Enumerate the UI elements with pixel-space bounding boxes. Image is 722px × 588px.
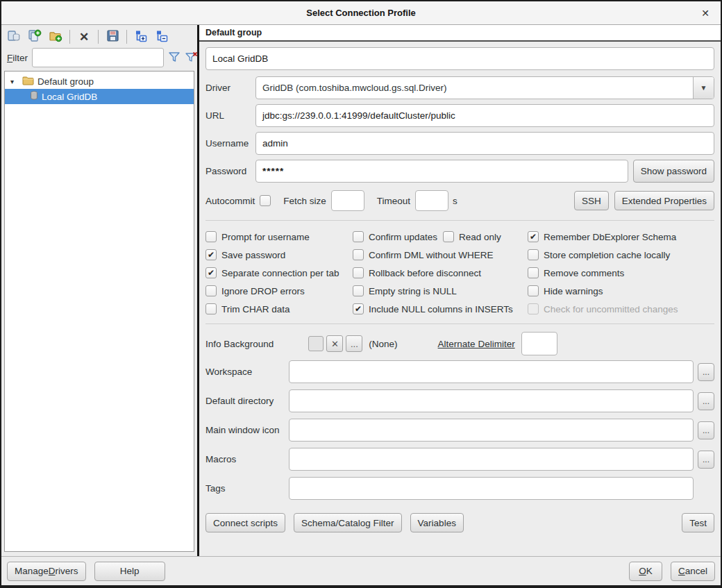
checkbox-empty-string-is-null[interactable]: Empty string is NULL [353,282,528,300]
workspace-input[interactable] [289,360,694,383]
checkbox-remove-comments[interactable]: Remove comments [528,264,714,282]
checkbox-ignore-drop-errors[interactable]: Ignore DROP errors [205,282,353,300]
button-label: D [49,566,56,576]
macros-browse-button[interactable]: ... [698,451,714,469]
tree-group-label[interactable]: Default group [37,76,94,87]
save-profiles-button[interactable] [104,28,121,45]
main-window-icon-input[interactable] [289,419,694,442]
button-label: rivers [56,566,78,576]
pick-color-button[interactable]: ... [346,335,362,352]
fetch-size-label: Fetch size [283,196,326,206]
checkbox-icon [353,303,364,314]
checkbox-read-only[interactable]: Read only [443,231,501,242]
apply-filter-button[interactable] [168,50,180,65]
clear-filter-button[interactable] [185,50,199,65]
separator [205,220,714,221]
workspace-browse-button[interactable]: ... [698,363,714,381]
default-directory-label: Default directory [205,396,289,406]
profile-tree: ▾ Default group [4,71,194,552]
fetch-size-input[interactable] [331,190,364,211]
checkbox-prompt-for-username[interactable]: Prompt for username [205,228,353,246]
main-window-icon-browse-button[interactable]: ... [698,421,714,439]
checkbox-rollback-before-disconnect[interactable]: Rollback before disconnect [353,264,528,282]
timeout-input[interactable] [415,190,448,211]
main-window-icon-row: Main window icon ... [205,419,714,442]
ssh-button[interactable]: SSH [574,191,609,210]
chevron-down-icon: ▼ [700,84,707,92]
button-label: O [639,566,646,576]
driver-select[interactable]: GridDB (com.toshiba.mwcloud.gs.sql.Drive… [255,76,714,99]
profile-name-input[interactable]: Local GridDB [205,47,714,70]
tree-item-label[interactable]: Local GridDB [42,92,97,102]
new-group-button[interactable] [47,28,64,45]
url-input[interactable]: jdbc:gs://239.0.0.1:41999/defaultCluster… [255,104,714,127]
checkbox-remember-dbexplorer-schema[interactable]: Remember DbExplorer Schema [528,228,714,246]
username-input[interactable]: admin [255,132,714,155]
help-button[interactable]: Help [94,562,165,581]
autocommit-row: Autocommit Fetch size Timeout s SSH [205,190,714,212]
show-password-button[interactable]: Show password [633,160,714,183]
toolbar-separator [126,30,127,44]
color-none-label: (None) [369,339,397,349]
checkbox-separate-connection-per-tab[interactable]: Separate connection per tab [205,264,353,282]
variables-button[interactable]: Variables [410,513,464,532]
button-label: Manage [15,566,49,576]
driver-label: Driver [205,83,255,93]
default-directory-row: Default directory ... [205,389,714,412]
username-label: Username [205,138,255,149]
checkbox-include-null-columns-in-inserts[interactable]: Include NULL columns in INSERTs [353,300,528,318]
checkbox-store-completion-cache-locally[interactable]: Store completion cache locally [528,246,714,264]
select-connection-profile-dialog: Select Connection Profile ✕ [0,0,722,588]
new-profile-button[interactable] [26,28,43,45]
copy-profile-button[interactable] [6,28,22,45]
url-row: URL jdbc:gs://239.0.0.1:41999/defaultClu… [205,104,714,127]
filter-input[interactable] [32,48,164,67]
checkbox-hide-warnings[interactable]: Hide warnings [528,282,714,300]
toolbar-separator [69,30,70,44]
driver-dropdown-button[interactable]: ▼ [693,77,714,99]
checkbox-trim-char-data[interactable]: Trim CHAR data [205,300,353,318]
options-column-3: Remember DbExplorer Schema Store complet… [528,228,714,318]
tags-input[interactable] [289,477,694,500]
chevron-down-icon[interactable]: ▾ [10,78,19,85]
clear-color-button[interactable]: ✕ [326,335,343,352]
username-row: Username admin [205,132,714,155]
checkbox-save-password[interactable]: Save password [205,246,353,264]
checkbox-confirm-dml-without-where[interactable]: Confirm DML without WHERE [353,246,528,264]
extended-properties-button[interactable]: Extended Properties [614,191,714,210]
delete-profile-button[interactable]: ✕ [76,28,92,45]
autocommit-checkbox[interactable] [260,195,271,206]
manage-drivers-button[interactable]: Manage Drivers [7,562,86,581]
driver-row: Driver GridDB (com.toshiba.mwcloud.gs.sq… [205,76,714,99]
scripts-button-row: Connect scripts Schema/Catalog Filter Va… [205,512,714,533]
test-button[interactable]: Test [682,513,714,532]
checkbox-confirm-updates[interactable]: Confirm updates [353,231,437,242]
filter-row: Filter [4,47,194,71]
password-input[interactable]: ***** [255,160,628,183]
ellipsis-icon: ... [703,455,710,464]
ok-button[interactable]: OK [629,562,662,581]
options-grid: Prompt for username Save password Separa… [205,224,714,321]
profile-name-row: Local GridDB [205,47,714,70]
info-background-color-swatch[interactable] [308,336,324,351]
connect-scripts-button[interactable]: Connect scripts [205,513,285,532]
macros-input[interactable] [289,448,694,471]
default-directory-browse-button[interactable]: ... [698,392,714,410]
clear-icon: ✕ [331,339,339,349]
expand-all-button[interactable] [133,28,149,45]
checkbox-icon [353,285,364,296]
collapse-all-button[interactable] [153,28,170,45]
close-icon[interactable]: ✕ [698,6,712,20]
default-directory-input[interactable] [289,389,694,412]
schema-catalog-filter-button[interactable]: Schema/Catalog Filter [294,513,402,532]
checkbox-icon [205,285,217,296]
macros-row: Macros ... [205,448,714,471]
cancel-button[interactable]: Cancel [671,562,715,581]
workspace-label: Workspace [205,367,289,377]
tree-item-local-griddb[interactable]: Local GridDB [5,89,194,104]
profile-editor-panel: Default group Local GridDB Driver GridDB… [199,25,721,556]
tree-group-default-group[interactable]: ▾ Default group [5,74,194,89]
profile-list-panel: ✕ [1,25,199,556]
dialog-body: ✕ [1,25,721,556]
alternate-delimiter-input[interactable] [521,332,557,355]
